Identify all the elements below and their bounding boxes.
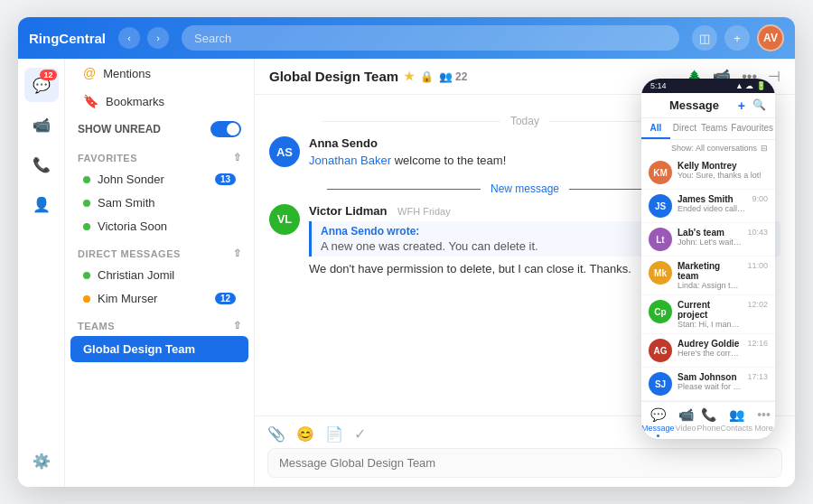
doc-icon[interactable]: 📄 [325,425,343,443]
emoji-icon[interactable]: 😊 [296,425,314,443]
phone-conv-time: 9:00 [752,194,768,203]
phone-conv-kelly[interactable]: KM Kelly Montrey You: Sure, thanks a lot… [641,156,775,190]
phone-conv-time: 12:16 [747,339,768,348]
phone-conv-sam[interactable]: SJ Sam Johnson Please wait for me, I'll … [641,368,775,401]
john-sonder-badge: 13 [215,173,236,185]
phone-conv-time: 11:00 [747,261,768,270]
active-dot [657,434,659,437]
phone-avatar: AG [649,339,672,362]
online-dot [83,200,90,207]
phone-conv-current[interactable]: Cp Current project Stan: Hi, I managed t… [641,295,775,334]
app-logo: RingCentral [29,31,106,46]
star-icon[interactable]: ★ [404,70,415,83]
online-dot [83,176,90,183]
apps-button[interactable]: ◫ [692,25,717,51]
teams-header: TEAMS ⇧ [65,311,254,335]
contacts-icon-button[interactable]: 👤 [24,187,59,221]
phone-conv-time: 12:02 [747,300,768,309]
phone-tabs: All Direct Teams Favourites [641,118,775,140]
phone-tab-direct[interactable]: Direct [670,118,699,139]
sidebar-item-mentions[interactable]: @ Mentions [70,60,248,87]
phone-conv-time: 10:43 [747,228,768,237]
phone-conv-james[interactable]: JS James Smith Ended video call, 59 seco… [641,190,775,223]
members-icon: 👥 [439,70,453,83]
icon-bar: 💬 12 📹 📞 👤 ⚙️ [18,59,65,487]
phone-avatar: Mk [649,261,672,285]
online-dot [83,223,90,230]
messages-icon-button[interactable]: 💬 12 [24,68,59,102]
attach-icon[interactable]: 📎 [267,425,285,443]
phone-avatar: Cp [649,300,672,323]
direct-messages-header: DIRECT MESSAGES ⇧ [65,238,254,263]
message-input[interactable] [267,448,782,478]
sidebar-item-bookmarks[interactable]: 🔖 Bookmarks [70,88,248,115]
phone-tab-favourites[interactable]: Favourites [729,118,775,139]
phone-search-icon[interactable]: 🔍 [752,98,766,111]
sidebar-contact-christian-jomil[interactable]: Christian Jomil [70,264,248,286]
phone-bottom-message[interactable]: 💬 Message [641,407,675,437]
favorites-collapse-icon[interactable]: ⇧ [233,152,242,163]
avatar[interactable]: AV [757,24,784,51]
sidebar: @ Mentions 🔖 Bookmarks SHOW UNREAD FAVOR… [65,59,255,487]
top-bar-icons: ◫ + AV [692,24,784,51]
phone-status-icons: ▲ ☁ 🔋 [735,81,766,90]
phone-bottom-contacts[interactable]: 👥 Contacts [721,407,753,437]
phone-conv-content: James Smith Ended video call, 59 seconds [678,194,746,213]
search-input[interactable] [182,25,679,51]
more-icon: ••• [757,407,771,422]
message-icon: 💬 [650,407,666,422]
phone-icon: 📞 [701,407,716,422]
filter-icon[interactable]: ⊟ [761,144,768,153]
message-meta: WFH Friday [397,206,451,217]
phone-conv-marketing[interactable]: Mk Marketing team Linda: Assign this tas… [641,257,775,295]
phone-conv-content: Audrey Goldie Here's the correct version… [678,339,742,358]
phone-conv-content: Current project Stan: Hi, I managed to r… [678,300,742,329]
contacts-icon: 👥 [729,407,744,422]
avatar: VL [269,204,300,235]
phone-bottom-phone[interactable]: 📞 Phone [696,407,720,437]
phone-avatar: Lt [649,228,672,251]
away-dot [83,295,90,303]
phone-bottom-video[interactable]: 📹 Video [675,407,697,437]
sidebar-toggle-icon[interactable]: ⊣ [768,68,780,85]
sidebar-contact-sam-smith[interactable]: Sam Smith [70,191,248,214]
check-icon[interactable]: ✓ [354,425,366,443]
nav-back-button[interactable]: ‹ [118,27,140,49]
sidebar-contact-john-sonder[interactable]: John Sonder 13 [70,168,248,191]
add-button[interactable]: + [724,25,750,51]
toggle-knob [227,123,239,135]
dm-collapse-icon[interactable]: ⇧ [233,247,242,259]
show-unread-toggle[interactable] [210,121,241,137]
phone-title: Message 🔍 + [641,93,775,118]
phone-avatar: SJ [649,372,672,396]
sidebar-contact-victoria-soon[interactable]: Victoria Soon [70,215,248,238]
phone-icon-button[interactable]: 📞 [24,147,59,182]
teams-collapse-icon[interactable]: ⇧ [233,320,242,331]
avatar: AS [269,136,300,167]
sidebar-contact-kim-murser[interactable]: Kim Murser 12 [70,287,248,310]
phone-conv-labs[interactable]: Lt Lab's team John: Let's wait for a res… [641,223,775,257]
show-unread-row: SHOW UNREAD [65,116,254,143]
mention-link[interactable]: Jonathan Baker [309,154,391,167]
kim-murser-badge: 12 [215,293,236,304]
settings-icon-button[interactable]: ⚙️ [24,443,59,478]
phone-overlay: 5:14 ▲ ☁ 🔋 Message 🔍 + All Direct Teams … [641,79,775,439]
phone-status-bar: 5:14 ▲ ☁ 🔋 [641,79,775,93]
phone-add-icon[interactable]: + [738,98,745,113]
video-icon-button[interactable]: 📹 [24,107,59,142]
members-count: 👥 22 [439,70,467,83]
messages-badge: 12 [40,70,56,80]
phone-conv-audrey[interactable]: AG Audrey Goldie Here's the correct vers… [641,334,775,368]
sidebar-team-global-design[interactable]: Global Design Team [70,336,248,362]
mentions-icon: @ [83,66,96,80]
phone-avatar: KM [649,161,672,184]
nav-forward-button[interactable]: › [147,27,169,49]
phone-conv-content: Lab's team John: Let's wait for a respon… [678,228,742,247]
chat-title: Global Design Team ★ 🔒 👥 22 [269,69,467,84]
phone-conv-time: 17:13 [747,372,768,381]
phone-tab-all[interactable]: All [641,118,670,139]
phone-filter: Show: All conversations ⊟ [641,140,775,156]
lock-icon: 🔒 [420,70,434,83]
phone-tab-teams[interactable]: Teams [699,118,729,139]
bookmarks-icon: 🔖 [83,94,98,108]
